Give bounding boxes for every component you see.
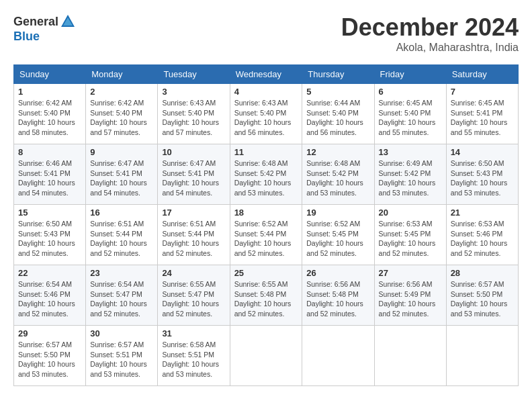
day-number: 13 — [379, 147, 442, 157]
logo-icon — [60, 13, 76, 30]
day-number: 11 — [234, 147, 298, 157]
calendar-cell: 1 Sunrise: 6:42 AMSunset: 5:40 PMDayligh… — [14, 84, 86, 144]
day-info: Sunrise: 6:54 AMSunset: 5:46 PMDaylight:… — [18, 280, 75, 318]
weekday-header: Thursday — [302, 65, 374, 84]
day-number: 30 — [90, 328, 153, 338]
day-info: Sunrise: 6:45 AMSunset: 5:41 PMDaylight:… — [451, 99, 508, 136]
day-number: 25 — [234, 268, 298, 278]
day-info: Sunrise: 6:51 AMSunset: 5:44 PMDaylight:… — [162, 220, 219, 257]
day-info: Sunrise: 6:57 AMSunset: 5:50 PMDaylight:… — [451, 280, 508, 318]
calendar-cell — [446, 326, 518, 386]
calendar-cell: 16 Sunrise: 6:51 AMSunset: 5:44 PMDaylig… — [86, 205, 158, 265]
day-number: 10 — [162, 147, 225, 157]
day-info: Sunrise: 6:52 AMSunset: 5:44 PMDaylight:… — [234, 220, 292, 257]
month-title: December 2024 — [341, 13, 519, 42]
day-number: 23 — [90, 268, 153, 278]
day-number: 26 — [306, 268, 369, 278]
day-number: 28 — [451, 268, 514, 278]
logo-general: General — [13, 15, 58, 29]
day-number: 31 — [162, 328, 225, 338]
day-info: Sunrise: 6:56 AMSunset: 5:48 PMDaylight:… — [306, 280, 363, 318]
day-info: Sunrise: 6:55 AMSunset: 5:48 PMDaylight:… — [234, 280, 292, 318]
weekday-header: Wednesday — [230, 65, 302, 84]
day-number: 2 — [90, 87, 153, 97]
calendar-cell: 30 Sunrise: 6:57 AMSunset: 5:51 PMDaylig… — [86, 326, 158, 386]
title-block: December 2024 Akola, Maharashtra, India — [341, 13, 519, 54]
logo: General Blue — [13, 13, 76, 44]
day-number: 19 — [306, 208, 369, 218]
weekday-header: Sunday — [14, 65, 86, 84]
calendar-cell: 12 Sunrise: 6:48 AMSunset: 5:42 PMDaylig… — [302, 144, 374, 205]
calendar-cell: 6 Sunrise: 6:45 AMSunset: 5:40 PMDayligh… — [374, 84, 446, 144]
day-number: 20 — [379, 208, 442, 218]
calendar-cell: 7 Sunrise: 6:45 AMSunset: 5:41 PMDayligh… — [446, 84, 518, 144]
day-info: Sunrise: 6:57 AMSunset: 5:51 PMDaylight:… — [90, 340, 147, 378]
day-number: 9 — [90, 147, 153, 157]
calendar-cell: 24 Sunrise: 6:55 AMSunset: 5:47 PMDaylig… — [158, 265, 230, 326]
calendar-cell: 2 Sunrise: 6:42 AMSunset: 5:40 PMDayligh… — [86, 84, 158, 144]
calendar-cell: 29 Sunrise: 6:57 AMSunset: 5:50 PMDaylig… — [14, 326, 86, 386]
day-number: 14 — [451, 147, 514, 157]
day-info: Sunrise: 6:46 AMSunset: 5:41 PMDaylight:… — [18, 159, 75, 197]
day-number: 16 — [90, 208, 153, 218]
day-info: Sunrise: 6:42 AMSunset: 5:40 PMDaylight:… — [90, 99, 147, 136]
day-number: 18 — [234, 208, 298, 218]
calendar-cell: 26 Sunrise: 6:56 AMSunset: 5:48 PMDaylig… — [302, 265, 374, 326]
day-number: 7 — [451, 87, 514, 97]
day-info: Sunrise: 6:48 AMSunset: 5:42 PMDaylight:… — [234, 159, 292, 197]
calendar-cell: 8 Sunrise: 6:46 AMSunset: 5:41 PMDayligh… — [14, 144, 86, 205]
day-info: Sunrise: 6:47 AMSunset: 5:41 PMDaylight:… — [90, 159, 147, 197]
day-number: 4 — [234, 87, 298, 97]
page-header: General Blue December 2024 Akola, Mahara… — [13, 13, 519, 54]
calendar-cell: 20 Sunrise: 6:53 AMSunset: 5:45 PMDaylig… — [374, 205, 446, 265]
calendar-cell: 22 Sunrise: 6:54 AMSunset: 5:46 PMDaylig… — [14, 265, 86, 326]
day-info: Sunrise: 6:49 AMSunset: 5:42 PMDaylight:… — [379, 159, 436, 197]
day-info: Sunrise: 6:50 AMSunset: 5:43 PMDaylight:… — [451, 159, 508, 197]
day-info: Sunrise: 6:53 AMSunset: 5:45 PMDaylight:… — [379, 220, 436, 257]
calendar-cell: 9 Sunrise: 6:47 AMSunset: 5:41 PMDayligh… — [86, 144, 158, 205]
logo-blue: Blue — [13, 30, 40, 44]
calendar-cell: 13 Sunrise: 6:49 AMSunset: 5:42 PMDaylig… — [374, 144, 446, 205]
day-info: Sunrise: 6:51 AMSunset: 5:44 PMDaylight:… — [90, 220, 147, 257]
calendar-cell: 21 Sunrise: 6:53 AMSunset: 5:46 PMDaylig… — [446, 205, 518, 265]
day-info: Sunrise: 6:44 AMSunset: 5:40 PMDaylight:… — [306, 99, 363, 136]
day-number: 22 — [18, 268, 81, 278]
calendar-cell: 31 Sunrise: 6:58 AMSunset: 5:51 PMDaylig… — [158, 326, 230, 386]
calendar-cell: 28 Sunrise: 6:57 AMSunset: 5:50 PMDaylig… — [446, 265, 518, 326]
calendar-cell — [374, 326, 446, 386]
day-number: 3 — [162, 87, 225, 97]
day-number: 1 — [18, 87, 81, 97]
calendar-cell — [230, 326, 302, 386]
calendar-cell: 14 Sunrise: 6:50 AMSunset: 5:43 PMDaylig… — [446, 144, 518, 205]
day-info: Sunrise: 6:54 AMSunset: 5:47 PMDaylight:… — [90, 280, 147, 318]
day-info: Sunrise: 6:42 AMSunset: 5:40 PMDaylight:… — [18, 99, 75, 136]
weekday-header: Saturday — [446, 65, 518, 84]
day-number: 6 — [379, 87, 442, 97]
day-number: 5 — [306, 87, 369, 97]
day-info: Sunrise: 6:50 AMSunset: 5:43 PMDaylight:… — [18, 220, 75, 257]
day-info: Sunrise: 6:55 AMSunset: 5:47 PMDaylight:… — [162, 280, 219, 318]
day-number: 12 — [306, 147, 369, 157]
day-info: Sunrise: 6:45 AMSunset: 5:40 PMDaylight:… — [379, 99, 436, 136]
day-info: Sunrise: 6:57 AMSunset: 5:50 PMDaylight:… — [18, 340, 75, 378]
calendar-cell: 19 Sunrise: 6:52 AMSunset: 5:45 PMDaylig… — [302, 205, 374, 265]
calendar-cell: 17 Sunrise: 6:51 AMSunset: 5:44 PMDaylig… — [158, 205, 230, 265]
day-number: 29 — [18, 328, 81, 338]
calendar-cell — [302, 326, 374, 386]
calendar-cell: 11 Sunrise: 6:48 AMSunset: 5:42 PMDaylig… — [230, 144, 302, 205]
day-number: 27 — [379, 268, 442, 278]
day-number: 17 — [162, 208, 225, 218]
day-number: 15 — [18, 208, 81, 218]
day-number: 21 — [451, 208, 514, 218]
calendar-table: SundayMondayTuesdayWednesdayThursdayFrid… — [13, 64, 519, 386]
calendar-cell: 18 Sunrise: 6:52 AMSunset: 5:44 PMDaylig… — [230, 205, 302, 265]
calendar-cell: 10 Sunrise: 6:47 AMSunset: 5:41 PMDaylig… — [158, 144, 230, 205]
day-info: Sunrise: 6:43 AMSunset: 5:40 PMDaylight:… — [162, 99, 219, 136]
weekday-header: Monday — [86, 65, 158, 84]
calendar-cell: 27 Sunrise: 6:56 AMSunset: 5:49 PMDaylig… — [374, 265, 446, 326]
day-info: Sunrise: 6:58 AMSunset: 5:51 PMDaylight:… — [162, 340, 219, 378]
weekday-header: Tuesday — [158, 65, 230, 84]
weekday-header: Friday — [374, 65, 446, 84]
calendar-cell: 5 Sunrise: 6:44 AMSunset: 5:40 PMDayligh… — [302, 84, 374, 144]
location: Akola, Maharashtra, India — [341, 42, 519, 54]
